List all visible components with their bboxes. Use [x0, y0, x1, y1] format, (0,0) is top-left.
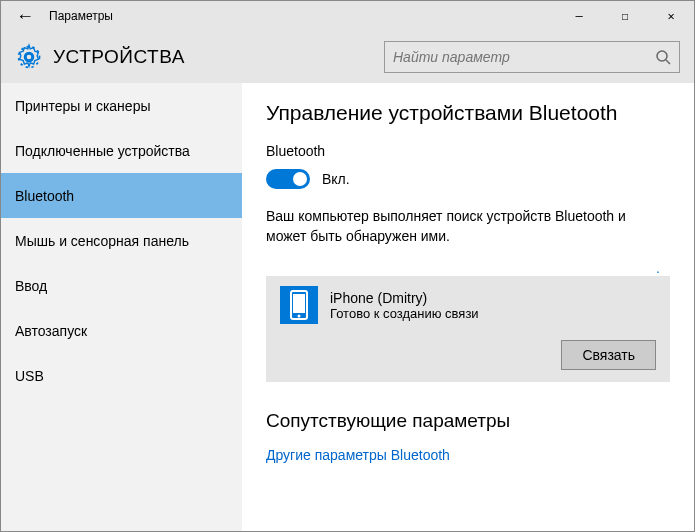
search-input[interactable] [393, 49, 655, 65]
page-title: Управление устройствами Bluetooth [266, 101, 670, 125]
phone-icon [280, 286, 318, 324]
back-button[interactable]: ← [1, 6, 49, 27]
sidebar-item-input[interactable]: Ввод [1, 263, 242, 308]
close-button[interactable]: ✕ [648, 1, 694, 31]
sidebar-item-autorun[interactable]: Автозапуск [1, 308, 242, 353]
related-link-bluetooth[interactable]: Другие параметры Bluetooth [266, 447, 450, 463]
sidebar-item-printers[interactable]: Принтеры и сканеры [1, 83, 242, 128]
bluetooth-toggle[interactable] [266, 169, 310, 189]
device-card[interactable]: iPhone (Dmitry) Готово к созданию связи … [266, 276, 670, 382]
searching-indicator: . [266, 260, 670, 270]
sidebar-item-connected[interactable]: Подключенные устройства [1, 128, 242, 173]
svg-point-7 [298, 315, 301, 318]
window-title: Параметры [49, 9, 556, 23]
pair-button[interactable]: Связать [561, 340, 656, 370]
gear-icon [15, 43, 43, 71]
sidebar: Принтеры и сканеры Подключенные устройст… [1, 83, 242, 531]
sidebar-item-usb[interactable]: USB [1, 353, 242, 398]
related-title: Сопутствующие параметры [266, 410, 670, 432]
maximize-button[interactable]: ☐ [602, 1, 648, 31]
header-label: УСТРОЙСТВА [53, 46, 384, 68]
status-description: Ваш компьютер выполняет поиск устройств … [266, 207, 670, 246]
svg-rect-6 [293, 294, 305, 313]
search-icon [655, 49, 671, 65]
minimize-button[interactable]: — [556, 1, 602, 31]
toggle-state-label: Вкл. [322, 171, 350, 187]
content: Управление устройствами Bluetooth Blueto… [242, 83, 694, 531]
svg-point-3 [657, 51, 667, 61]
toggle-section-label: Bluetooth [266, 143, 670, 159]
sidebar-item-bluetooth[interactable]: Bluetooth [1, 173, 242, 218]
device-status: Готово к созданию связи [330, 306, 656, 321]
header: УСТРОЙСТВА [1, 31, 694, 83]
sidebar-item-mouse[interactable]: Мышь и сенсорная панель [1, 218, 242, 263]
device-name: iPhone (Dmitry) [330, 290, 656, 306]
search-box[interactable] [384, 41, 680, 73]
svg-line-4 [666, 60, 670, 64]
titlebar: ← Параметры — ☐ ✕ [1, 1, 694, 31]
